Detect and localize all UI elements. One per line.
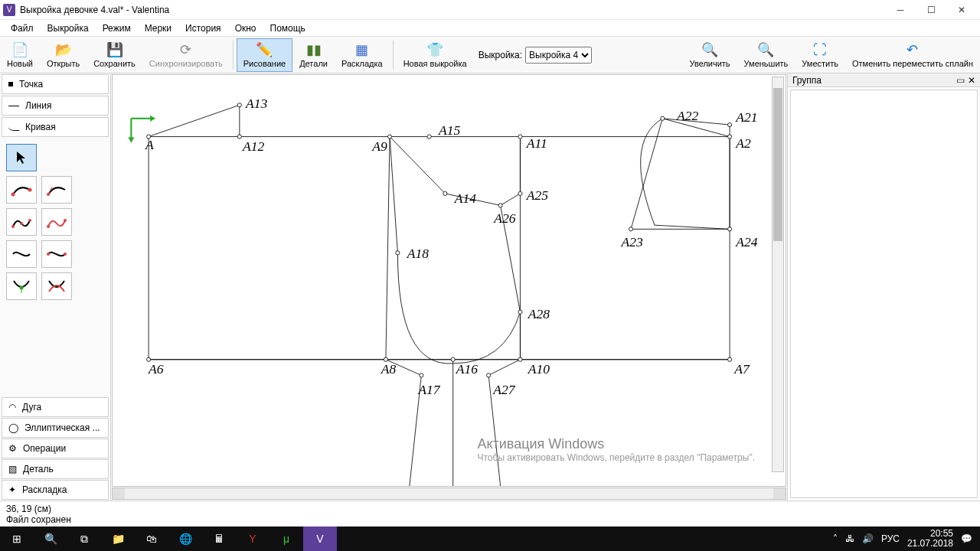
zoom-in-button[interactable]: 🔍Увеличить	[683, 38, 737, 72]
windows-taskbar: ⊞ 🔍 ⧉ 📁 🛍 🌐 🖩 Y μ V ˄ 🖧 🔊 РУС 20:5521.07…	[0, 527, 980, 551]
tool-spline-path[interactable]	[6, 208, 37, 236]
svg-point-9	[47, 253, 50, 256]
tray-clock[interactable]: 20:5521.07.2018	[907, 529, 953, 549]
taskbar-explorer[interactable]: 📁	[101, 527, 135, 551]
tool-cubic-bezier[interactable]	[6, 240, 37, 268]
menu-window[interactable]: Окно	[229, 21, 263, 35]
menu-pattern[interactable]: Выкройка	[41, 21, 95, 35]
detail-mode-button[interactable]: ▮▮Детали	[292, 38, 335, 72]
zoom-fit-button[interactable]: ⛶Уместить	[795, 38, 845, 72]
category-line[interactable]: Линия	[2, 96, 109, 116]
save-icon: 💾	[106, 41, 123, 58]
open-icon: 📂	[55, 41, 72, 58]
tray-volume-icon[interactable]: 🔊	[862, 533, 874, 544]
taskbar-chrome[interactable]: 🌐	[168, 527, 202, 551]
drawing-canvas[interactable]: AA13A12A9A15A11A21A2A22A14A25A26A18A23A2…	[112, 74, 786, 487]
tool-point-on-curve[interactable]	[6, 272, 37, 300]
minimize-button[interactable]: ─	[885, 0, 916, 20]
tool-cubic-bezier-path[interactable]	[41, 240, 72, 268]
new-button[interactable]: 📄Новый	[0, 38, 40, 72]
taskbar-yandex[interactable]: Y	[236, 527, 270, 551]
svg-text:A11: A11	[526, 135, 547, 151]
title-bar: V Выкройка девочке 4.val* - Valentina ─ …	[0, 0, 980, 20]
taskbar-utorrent[interactable]: μ	[270, 527, 303, 551]
panel-float-button[interactable]: ▭	[956, 75, 965, 86]
tool-palette: Точка Линия Кривая ◠Дуга ◯Эллиптическая …	[0, 73, 111, 500]
svg-line-26	[501, 194, 521, 205]
category-operations[interactable]: ⚙Операции	[2, 439, 109, 458]
canvas-area: AA13A12A9A15A11A21A2A22A14A25A26A18A23A2…	[111, 73, 787, 500]
maximize-button[interactable]: ☐	[916, 0, 946, 20]
close-button[interactable]: ✕	[946, 0, 977, 20]
svg-point-61	[728, 227, 732, 231]
app-body: Точка Линия Кривая ◠Дуга ◯Эллиптическая …	[0, 73, 980, 500]
task-view-button[interactable]: ⧉	[67, 527, 101, 551]
taskbar-store[interactable]: 🛍	[135, 527, 168, 551]
category-curve[interactable]: Кривая	[2, 117, 109, 137]
menu-help[interactable]: Помощь	[264, 21, 312, 35]
panel-close-button[interactable]: ✕	[968, 75, 975, 86]
layout-mode-button[interactable]: ▦Раскладка	[335, 38, 390, 72]
point-icon	[8, 82, 13, 86]
svg-point-68	[518, 310, 522, 314]
undo-button[interactable]: ↶Отменить переместить сплайн	[845, 38, 980, 72]
pencil-icon: ✏️	[256, 41, 273, 58]
save-button[interactable]: 💾Сохранить	[87, 38, 142, 72]
menu-mode[interactable]: Режим	[96, 21, 137, 35]
category-arc[interactable]: ◠Дуга	[2, 397, 109, 417]
tool-spline-handle[interactable]	[41, 176, 72, 204]
category-ellipse[interactable]: ◯Эллиптическая ...	[2, 418, 109, 438]
window-title: Выкройка девочке 4.val* - Valentina	[20, 5, 885, 15]
sync-button[interactable]: ⟳Синхронизировать	[142, 38, 230, 72]
zoom-out-button[interactable]: 🔍Уменьшить	[737, 38, 795, 72]
shirt-icon: 👕	[426, 41, 443, 58]
status-message: Файл сохранен	[6, 514, 974, 525]
taskbar-calculator[interactable]: 🖩	[202, 527, 236, 551]
tray-notifications-icon[interactable]: 💬	[961, 533, 972, 544]
start-button[interactable]: ⊞	[0, 527, 34, 551]
svg-text:A10: A10	[528, 361, 550, 377]
tool-curve-intersection[interactable]	[41, 272, 72, 300]
pattern-label: Выкройка:	[479, 50, 522, 60]
pattern-svg: AA13A12A9A15A11A21A2A22A14A25A26A18A23A2…	[113, 75, 786, 486]
svg-line-23	[390, 137, 445, 194]
svg-point-48	[237, 103, 241, 107]
taskbar-valentina[interactable]: V	[303, 527, 337, 551]
svg-text:A27: A27	[492, 382, 515, 397]
app-icon: V	[3, 4, 15, 16]
tray-network-icon[interactable]: 🖧	[845, 533, 854, 544]
svg-point-8	[64, 219, 67, 222]
category-detail[interactable]: ▧Деталь	[2, 459, 109, 479]
category-point[interactable]: Точка	[2, 74, 109, 94]
menu-file[interactable]: Файл	[5, 21, 40, 35]
main-toolbar: 📄Новый 📂Открыть 💾Сохранить ⟳Синхронизиро…	[0, 37, 980, 73]
svg-point-10	[64, 253, 67, 256]
groups-list[interactable]	[790, 90, 978, 498]
svg-point-58	[498, 204, 502, 207]
horizontal-scrollbar[interactable]	[112, 487, 786, 500]
svg-point-69	[728, 357, 732, 361]
svg-text:A24: A24	[735, 234, 757, 249]
svg-text:A2: A2	[735, 135, 751, 151]
category-layout[interactable]: ✦Раскладка	[2, 480, 109, 500]
vertical-scrollbar[interactable]	[772, 77, 784, 472]
svg-point-6	[28, 219, 31, 222]
svg-point-60	[629, 227, 632, 231]
detail-icon: ▧	[8, 464, 17, 474]
pattern-dropdown[interactable]: Выкройка 4	[525, 47, 592, 64]
tray-language[interactable]: РУС	[881, 533, 900, 544]
svg-line-42	[390, 137, 397, 253]
open-button[interactable]: 📂Открыть	[40, 38, 87, 72]
search-button[interactable]: 🔍	[34, 527, 67, 551]
menu-history[interactable]: История	[179, 21, 227, 35]
draw-mode-button[interactable]: ✏️Рисование	[237, 38, 292, 72]
tray-chevron-icon[interactable]: ˄	[833, 533, 838, 544]
tool-spline-simple[interactable]	[6, 176, 37, 204]
toolbar-separator	[393, 41, 394, 70]
svg-point-67	[518, 357, 522, 361]
tool-arrow[interactable]	[6, 144, 37, 171]
svg-line-38	[386, 137, 390, 360]
menu-measurements[interactable]: Мерки	[139, 21, 178, 35]
tool-spline-path-handle[interactable]	[41, 208, 72, 236]
new-pattern-button[interactable]: 👕Новая выкройка	[397, 38, 474, 72]
